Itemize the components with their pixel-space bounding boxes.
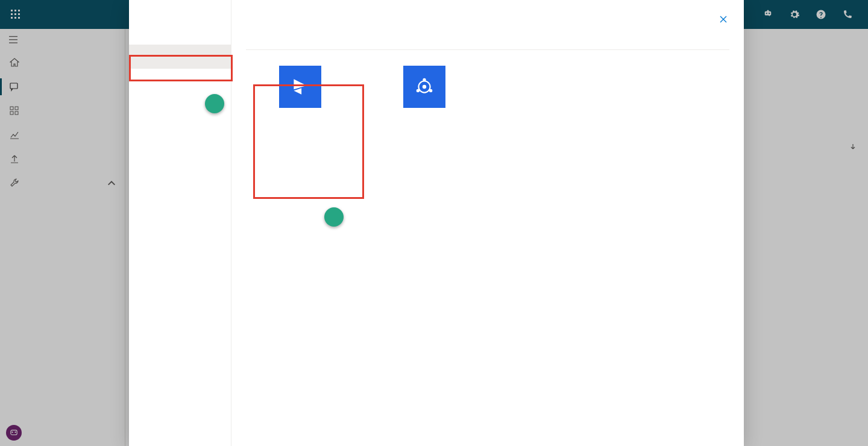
dynamics-365-icon (279, 66, 321, 108)
settings-tab-fallback[interactable] (129, 69, 231, 93)
settings-tab-general[interactable] (129, 20, 231, 45)
settings-sidebar (129, 0, 231, 446)
settings-panel (129, 0, 744, 446)
card-bring-your-own[interactable] (370, 63, 479, 121)
svg-point-23 (429, 89, 432, 92)
divider (246, 49, 729, 50)
card-dynamics-365[interactable] (246, 63, 354, 121)
settings-title (129, 10, 231, 20)
settings-main (231, 0, 744, 446)
svg-point-21 (423, 78, 426, 81)
close-button[interactable] (714, 10, 733, 29)
settings-tab-transfer[interactable] (129, 45, 231, 69)
close-icon (719, 14, 728, 24)
svg-point-24 (423, 85, 426, 89)
svg-point-22 (417, 89, 420, 92)
engagement-hub-icon (403, 66, 445, 108)
